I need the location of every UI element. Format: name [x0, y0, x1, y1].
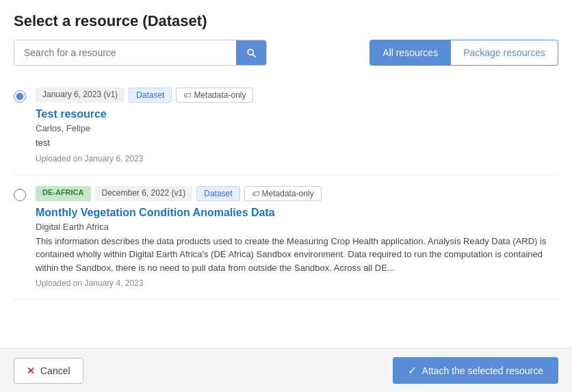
meta-tag: 🏷 Metadata-only [176, 88, 253, 103]
radio-wrapper [14, 88, 26, 105]
resource-tags: DE-AFRICA December 6, 2022 (v1) Dataset … [36, 186, 558, 201]
search-input[interactable] [14, 40, 236, 65]
all-resources-button[interactable]: All resources [369, 40, 450, 66]
tag-icon: 🏷 [183, 91, 191, 99]
resource-list: January 6, 2023 (v1) Dataset 🏷 Metadata-… [0, 77, 572, 300]
resource-content: DE-AFRICA December 6, 2022 (v1) Dataset … [36, 186, 558, 289]
toolbar: All resources Package resources [0, 40, 572, 77]
attach-button[interactable]: ✓ Attach the selected resource [393, 357, 558, 384]
extra-tag: DE-AFRICA [36, 186, 91, 201]
meta-tag: 🏷 Metadata-only [244, 186, 322, 201]
type-tag: Dataset [196, 186, 239, 201]
close-icon: ✕ [27, 365, 35, 376]
cancel-button[interactable]: ✕ Cancel [14, 358, 83, 384]
resource-author: Digital Earth Africa [36, 222, 558, 232]
resource-upload-date: Uploaded on January 6, 2023 [36, 154, 558, 164]
resource-upload-date: Uploaded on January 4, 2023 [36, 278, 558, 288]
footer-bar: ✕ Cancel ✓ Attach the selected resource [0, 348, 572, 392]
resource-content: January 6, 2023 (v1) Dataset 🏷 Metadata-… [36, 88, 558, 164]
list-item: DE-AFRICA December 6, 2022 (v1) Dataset … [14, 175, 558, 300]
resource-title[interactable]: Monthly Vegetation Condition Anomalies D… [36, 207, 558, 219]
page-title: Select a resource (Dataset) [0, 0, 572, 40]
list-item: January 6, 2023 (v1) Dataset 🏷 Metadata-… [14, 77, 558, 175]
resource-toggle: All resources Package resources [369, 40, 558, 66]
resource-radio[interactable] [14, 189, 26, 201]
resource-description: This information describes the data prod… [36, 235, 558, 275]
type-tag: Dataset [129, 88, 172, 103]
radio-wrapper [14, 186, 26, 204]
tag-icon: 🏷 [252, 190, 259, 198]
resource-author: Carlos, Felipe [36, 123, 558, 133]
package-resources-button[interactable]: Package resources [450, 40, 558, 66]
resource-tags: January 6, 2023 (v1) Dataset 🏷 Metadata-… [36, 88, 558, 103]
check-icon: ✓ [408, 364, 417, 377]
resource-radio[interactable] [14, 90, 26, 103]
resource-description: test [36, 136, 558, 150]
search-icon [246, 47, 257, 58]
search-wrapper [14, 40, 267, 66]
date-tag: December 6, 2022 (v1) [95, 186, 193, 201]
date-tag: January 6, 2023 (v1) [36, 88, 125, 103]
resource-title[interactable]: Test resource [36, 108, 558, 120]
search-button[interactable] [236, 40, 266, 65]
